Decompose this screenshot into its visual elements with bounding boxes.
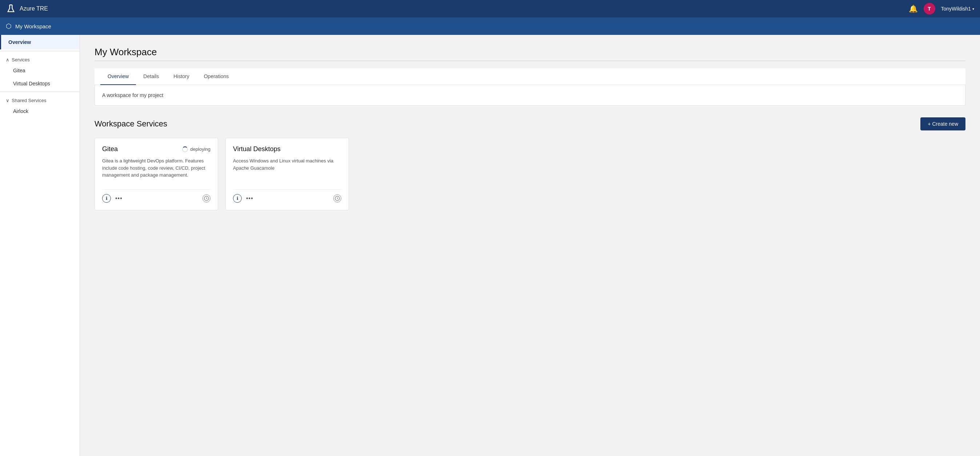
sidebar-divider-2 (0, 92, 80, 92)
overview-panel: A workspace for my project (94, 85, 966, 106)
gitea-card-footer-left: ℹ ••• (102, 194, 123, 203)
tab-bar: Overview Details History Operations (94, 68, 966, 85)
virtual-desktops-card-title: Virtual Desktops (233, 145, 281, 153)
secondary-nav-title: My Workspace (15, 23, 51, 29)
sidebar-divider-1 (0, 51, 80, 51)
service-card-virtual-desktops: Virtual Desktops Access Windows and Linu… (225, 138, 349, 210)
tab-operations[interactable]: Operations (197, 68, 236, 85)
workspace-services-header: Workspace Services + Create new (94, 118, 966, 130)
gitea-clock-icon[interactable] (202, 194, 210, 202)
sidebar-services-label: Services (12, 57, 30, 62)
sidebar-item-airlock[interactable]: Airlock (0, 105, 80, 118)
virtual-desktops-card-header: Virtual Desktops (233, 145, 341, 153)
gitea-info-icon[interactable]: ℹ (102, 194, 111, 203)
create-new-button[interactable]: + Create new (920, 118, 966, 130)
page-title: My Workspace (94, 46, 966, 58)
gitea-card-status: deploying (182, 146, 210, 152)
notification-bell-icon[interactable]: 🔔 (909, 4, 918, 13)
top-nav-left: Azure TRE (6, 4, 48, 14)
gitea-card-title: Gitea (102, 145, 118, 153)
sidebar-item-overview[interactable]: Overview (0, 35, 80, 49)
virtual-desktops-clock-icon[interactable] (333, 194, 341, 202)
chevron-up-icon: ∧ (6, 57, 10, 62)
gitea-card-description: Gitea is a lightweight DevOps platform. … (102, 157, 210, 179)
user-name-dropdown[interactable]: TonyWildish1 ▾ (941, 6, 974, 12)
tab-section: Overview Details History Operations A wo… (94, 68, 966, 106)
tab-history[interactable]: History (166, 68, 197, 85)
gitea-card-footer: ℹ ••• (102, 189, 210, 203)
sidebar-shared-services-label: Shared Services (12, 98, 46, 103)
workspace-services-title: Workspace Services (94, 119, 167, 129)
top-navbar: Azure TRE 🔔 T TonyWildish1 ▾ (0, 0, 980, 17)
virtual-desktops-more-options-icon[interactable]: ••• (246, 195, 253, 202)
main-layout: Overview ∧ Services Gitea Virtual Deskto… (0, 35, 980, 456)
sidebar-section-services[interactable]: ∧ Services (0, 53, 80, 64)
gitea-status-label: deploying (190, 146, 210, 152)
main-content: My Workspace Overview Details History Op… (80, 35, 980, 456)
chevron-down-icon: ▾ (972, 7, 974, 11)
virtual-desktops-card-footer: ℹ ••• (233, 189, 341, 203)
page-divider (94, 61, 966, 61)
workspace-description: A workspace for my project (102, 92, 958, 98)
secondary-navbar: ⬡ My Workspace (0, 17, 980, 35)
top-nav-right: 🔔 T TonyWildish1 ▾ (909, 3, 974, 14)
service-card-gitea: Gitea deploying Gitea is a lightweight D… (94, 138, 218, 210)
tab-overview[interactable]: Overview (100, 68, 136, 85)
sidebar-item-overview-label: Overview (8, 39, 31, 45)
user-avatar[interactable]: T (924, 3, 935, 14)
service-cards-grid: Gitea deploying Gitea is a lightweight D… (94, 138, 966, 210)
gitea-card-header: Gitea deploying (102, 145, 210, 153)
virtual-desktops-info-icon[interactable]: ℹ (233, 194, 242, 203)
sidebar-item-gitea[interactable]: Gitea (0, 64, 80, 77)
sidebar-section-shared-services[interactable]: ∨ Shared Services (0, 94, 80, 105)
app-title: Azure TRE (20, 5, 48, 12)
deploying-spinner-icon (182, 146, 188, 152)
sidebar: Overview ∧ Services Gitea Virtual Deskto… (0, 35, 80, 456)
virtual-desktops-card-description: Access Windows and Linux virtual machine… (233, 157, 341, 172)
virtual-desktops-footer-left: ℹ ••• (233, 194, 253, 203)
sidebar-item-virtual-desktops[interactable]: Virtual Desktops (0, 77, 80, 90)
flask-icon (6, 4, 16, 14)
cube-icon: ⬡ (6, 22, 12, 30)
gitea-more-options-icon[interactable]: ••• (115, 195, 123, 202)
tab-details[interactable]: Details (136, 68, 166, 85)
chevron-down-icon: ∨ (6, 98, 10, 103)
